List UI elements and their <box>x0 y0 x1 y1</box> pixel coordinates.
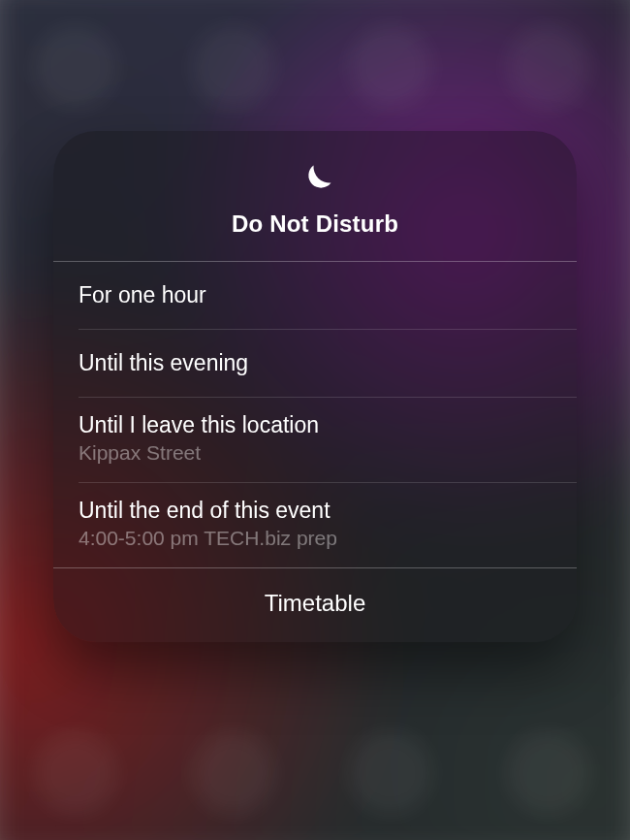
option-label: Until this evening <box>79 349 551 377</box>
moon-icon <box>73 160 557 203</box>
option-label: For one hour <box>79 281 551 309</box>
schedule-button[interactable]: Timetable <box>53 568 577 642</box>
dnd-option-one-hour[interactable]: For one hour <box>53 262 577 329</box>
do-not-disturb-panel: Do Not Disturb For one hour Until this e… <box>53 131 577 642</box>
schedule-button-label: Timetable <box>265 590 365 616</box>
option-label: Until I leave this location <box>79 411 551 439</box>
panel-title: Do Not Disturb <box>73 210 557 238</box>
option-sublabel: Kippax Street <box>79 440 551 466</box>
panel-header: Do Not Disturb <box>53 131 577 261</box>
option-sublabel: 4:00-5:00 pm TECH.biz prep <box>79 526 551 551</box>
dnd-option-until-evening[interactable]: Until this evening <box>53 330 577 397</box>
dnd-option-until-leave-location[interactable]: Until I leave this location Kippax Stree… <box>53 398 577 482</box>
option-label: Until the end of this event <box>79 497 551 525</box>
dnd-option-until-event-end[interactable]: Until the end of this event 4:00-5:00 pm… <box>53 483 577 567</box>
